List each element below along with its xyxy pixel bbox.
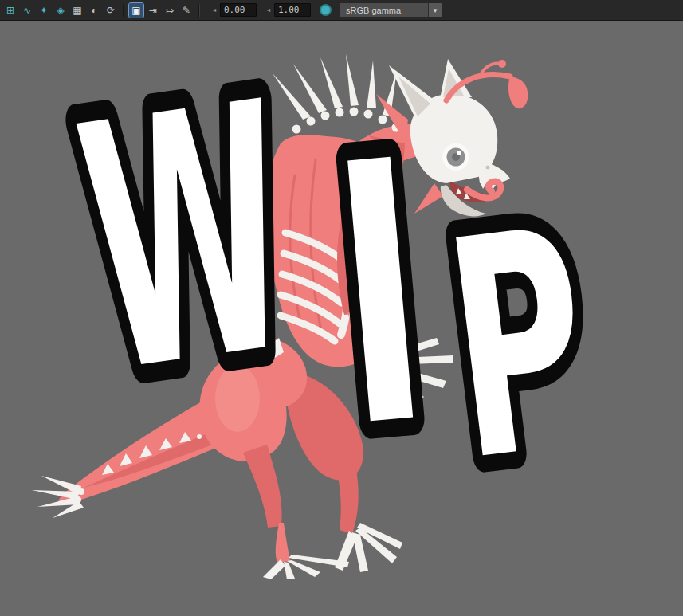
contrast-field[interactable] [274,3,311,17]
output-connections-icon[interactable]: ⤇ [163,3,177,18]
snap-to-curves-icon[interactable]: ∿ [20,3,34,18]
contrast-field-group: ◄ [264,3,311,17]
paint-effects-icon[interactable]: ✎ [179,3,194,18]
snap-to-projected-center-icon[interactable]: ◈ [53,3,68,18]
exposure-slider-icon[interactable]: ◄ [210,5,219,16]
status-line-toolbar: ⊞ ∿ ✦ ◈ ▦ ◐ ⟳ ▣ ⇥ ⤇ ✎ ◄ ◄ sRGB gamma ▾ [0,0,683,21]
viewport[interactable]: W I P [0,21,683,616]
snap-to-points-icon[interactable]: ✦ [37,3,51,18]
wip-letter-p: P [432,163,605,528]
snap-to-grids-icon[interactable]: ⊞ [3,3,18,18]
make-live-icon[interactable]: ▦ [70,3,84,18]
exposure-field[interactable] [220,3,257,17]
chevron-down-icon[interactable]: ▾ [428,3,442,17]
viewport-scene: W I P [0,21,683,616]
wip-letter-w: W [61,30,312,449]
color-transform-value: sRGB gamma [340,6,407,15]
color-transform-dropdown[interactable]: sRGB gamma ▾ [339,2,442,18]
construction-history-icon[interactable]: ⟳ [104,3,118,18]
exposure-field-group: ◄ [210,3,257,17]
toolbar-separator [123,4,124,17]
input-connections-icon[interactable]: ⇥ [146,3,160,18]
contrast-slider-icon[interactable]: ◄ [264,5,273,16]
color-management-icon[interactable] [320,4,332,16]
symmetry-icon[interactable]: ◐ [87,3,101,18]
isolate-select-icon[interactable]: ▣ [129,3,143,18]
toolbar-separator [198,4,200,17]
